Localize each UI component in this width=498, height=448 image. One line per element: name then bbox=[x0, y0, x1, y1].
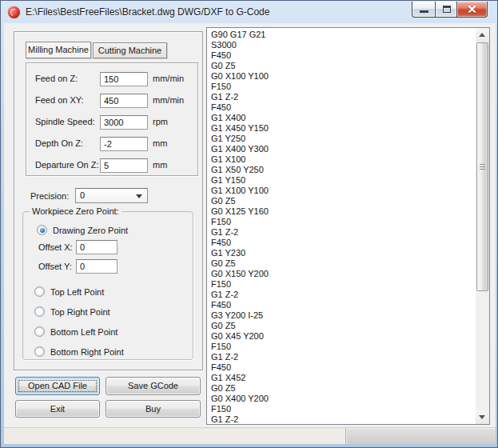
feed-on-z-unit: mm/min bbox=[153, 74, 184, 83]
radio-drawing-zero-point[interactable] bbox=[37, 225, 47, 235]
gcode-line: F450 bbox=[211, 102, 475, 113]
status-pane-left bbox=[4, 428, 346, 444]
gcode-line: G1 X452 bbox=[211, 373, 475, 383]
depth-on-z-label: Depth On Z: bbox=[35, 138, 83, 148]
gcode-line: F450 bbox=[211, 362, 475, 373]
settings-panel: Milling Machine Cutting Machine Feed on … bbox=[14, 31, 203, 370]
gcode-line: G0 X45 Y200 bbox=[211, 331, 475, 342]
minimize-icon bbox=[420, 10, 428, 13]
gcode-line: G0 X100 Y100 bbox=[211, 71, 475, 82]
exit-button[interactable]: Exit bbox=[15, 400, 100, 418]
gcode-line: G1 Z-2 bbox=[211, 227, 475, 238]
precision-label: Precision: bbox=[30, 191, 69, 201]
gcode-line: G1 Z-2 bbox=[211, 92, 475, 102]
field-row: Feed on XY: mm/min bbox=[26, 94, 197, 108]
tab-milling-machine[interactable]: Milling Machine bbox=[26, 42, 91, 58]
gcode-line: G0 Z5 bbox=[211, 196, 475, 206]
gcode-line: G1 Z-2 bbox=[211, 290, 475, 300]
app-window: E:\Files\BestFreeFiles\Bracket.dwg DWG/D… bbox=[0, 0, 498, 448]
precision-dropdown[interactable]: 0 bbox=[75, 188, 148, 203]
minimize-button[interactable] bbox=[412, 2, 435, 18]
scrollbar-grip-icon bbox=[480, 164, 485, 170]
gcode-line: G1 Y250 bbox=[211, 134, 475, 144]
open-cad-file-button[interactable]: Open CAD File bbox=[15, 377, 100, 395]
arrow-down-icon bbox=[479, 415, 485, 419]
gcode-scrollbar[interactable] bbox=[476, 28, 489, 424]
maximize-icon bbox=[443, 6, 451, 13]
scroll-down-button[interactable] bbox=[476, 410, 489, 424]
gcode-line: G0 X125 Y160 bbox=[211, 206, 475, 217]
client-area: Milling Machine Cutting Machine Feed on … bbox=[4, 23, 496, 444]
titlebar[interactable]: E:\Files\BestFreeFiles\Bracket.dwg DWG/D… bbox=[2, 2, 496, 23]
gcode-line: G1 X400 bbox=[211, 113, 475, 123]
status-pane-right bbox=[347, 428, 496, 444]
status-bar bbox=[4, 427, 496, 444]
radio-top-left-point[interactable] bbox=[34, 286, 45, 297]
gcode-line: G1 X400 Y300 bbox=[211, 144, 475, 154]
gcode-line: F150 bbox=[211, 82, 475, 92]
gcode-line: G1 Z-2 bbox=[211, 414, 475, 425]
machine-params-group: Feed on Z: mm/min Feed on XY: mm/min Spi… bbox=[26, 62, 198, 176]
gcode-line: G0 X400 Y200 bbox=[211, 394, 475, 404]
spindle-speed-label: Spindle Speed: bbox=[35, 117, 95, 126]
arrow-up-icon bbox=[479, 33, 485, 37]
gcode-line: F150 bbox=[211, 404, 475, 414]
feed-on-xy-label: Feed on XY: bbox=[35, 95, 84, 105]
close-icon: ✕ bbox=[457, 2, 487, 17]
depth-on-z-unit: mm bbox=[153, 138, 167, 148]
close-button[interactable]: ✕ bbox=[457, 2, 488, 18]
gcode-line: G1 Y150 bbox=[211, 175, 475, 186]
gcode-line: G1 X100 bbox=[211, 154, 475, 165]
gcode-line: G1 X50 Y250 bbox=[211, 165, 475, 175]
departure-on-z-unit: mm bbox=[153, 160, 167, 170]
radio-top-left-point-label: Top Left Point bbox=[50, 287, 104, 297]
radio-bottom-right-point[interactable] bbox=[34, 346, 45, 357]
gcode-line: F450 bbox=[211, 300, 475, 310]
spindle-speed-unit: rpm bbox=[153, 117, 168, 126]
tab-cutting-machine[interactable]: Cutting Machine bbox=[93, 42, 167, 58]
radio-top-right-point[interactable] bbox=[34, 306, 45, 317]
offset-y-label: Offset Y: bbox=[38, 262, 72, 271]
departure-on-z-label: Departure On Z: bbox=[35, 160, 98, 170]
gcode-line: F150 bbox=[211, 217, 475, 227]
radio-bottom-left-point[interactable] bbox=[34, 326, 45, 337]
gcode-output[interactable]: G90 G17 G21S3000F450G0 Z5G0 X100 Y100F15… bbox=[206, 27, 490, 425]
offset-y-input[interactable] bbox=[76, 259, 118, 274]
chevron-down-icon bbox=[136, 194, 142, 198]
field-row: Departure On Z: mm bbox=[26, 158, 197, 173]
gcode-line: G1 X100 Y100 bbox=[211, 186, 475, 196]
precision-value: 0 bbox=[80, 190, 85, 200]
field-row: Spindle Speed: rpm bbox=[26, 115, 197, 130]
maximize-button[interactable] bbox=[435, 2, 457, 18]
workpiece-zero-point-group: Workpiece Zero Point: Drawing Zero Point… bbox=[22, 211, 193, 360]
radio-top-right-point-label: Top Right Point bbox=[50, 307, 110, 317]
window-title: E:\Files\BestFreeFiles\Bracket.dwg DWG/D… bbox=[26, 6, 269, 18]
gcode-line: G0 Z5 bbox=[211, 383, 475, 394]
departure-on-z-input[interactable] bbox=[100, 158, 148, 173]
feed-on-z-input[interactable] bbox=[100, 72, 148, 86]
scroll-up-button[interactable] bbox=[476, 28, 489, 42]
gcode-line: G1 Y230 bbox=[211, 248, 475, 258]
workpiece-zero-point-title: Workpiece Zero Point: bbox=[30, 206, 122, 216]
field-row: Feed on Z: mm/min bbox=[26, 72, 197, 86]
window-controls: ✕ bbox=[412, 2, 488, 18]
radio-bottom-left-point-label: Bottom Left Point bbox=[50, 327, 118, 337]
gcode-line: G0 Z5 bbox=[211, 258, 475, 269]
gcode-line: G90 G17 G21 bbox=[211, 30, 475, 40]
gcode-line: G0 X150 Y200 bbox=[211, 269, 475, 279]
gcode-line: G1 Z-2 bbox=[211, 352, 475, 362]
save-gcode-button[interactable]: Save GCode bbox=[106, 377, 201, 395]
buy-button[interactable]: Buy bbox=[106, 400, 201, 418]
gcode-line: G0 Z5 bbox=[211, 321, 475, 331]
offset-x-input[interactable] bbox=[76, 240, 118, 254]
offset-x-label: Offset X: bbox=[38, 242, 73, 252]
depth-on-z-input[interactable] bbox=[100, 137, 148, 151]
gcode-text: G90 G17 G21S3000F450G0 Z5G0 X100 Y100F15… bbox=[211, 30, 475, 425]
gcode-line: F150 bbox=[211, 342, 475, 352]
spindle-speed-input[interactable] bbox=[100, 115, 148, 130]
gcode-line: F450 bbox=[211, 238, 475, 248]
scrollbar-thumb[interactable] bbox=[476, 42, 488, 291]
feed-on-xy-input[interactable] bbox=[100, 94, 148, 108]
gcode-line: F150 bbox=[211, 279, 475, 290]
app-icon bbox=[8, 6, 20, 18]
